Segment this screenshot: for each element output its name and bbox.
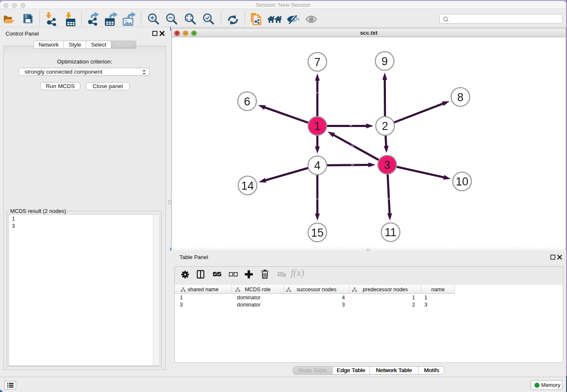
svg-text:14: 14 bbox=[241, 179, 254, 192]
svg-text:6: 6 bbox=[244, 95, 250, 108]
svg-text:7: 7 bbox=[314, 56, 320, 69]
svg-text:10: 10 bbox=[456, 175, 468, 188]
svg-text:15: 15 bbox=[311, 226, 324, 239]
svg-text:3: 3 bbox=[384, 159, 390, 171]
svg-text:2: 2 bbox=[382, 120, 388, 133]
svg-text:9: 9 bbox=[381, 55, 388, 68]
svg-text:8: 8 bbox=[457, 91, 463, 104]
svg-text:1: 1 bbox=[314, 120, 320, 133]
svg-text:4: 4 bbox=[314, 159, 320, 172]
svg-text:11: 11 bbox=[385, 226, 396, 239]
